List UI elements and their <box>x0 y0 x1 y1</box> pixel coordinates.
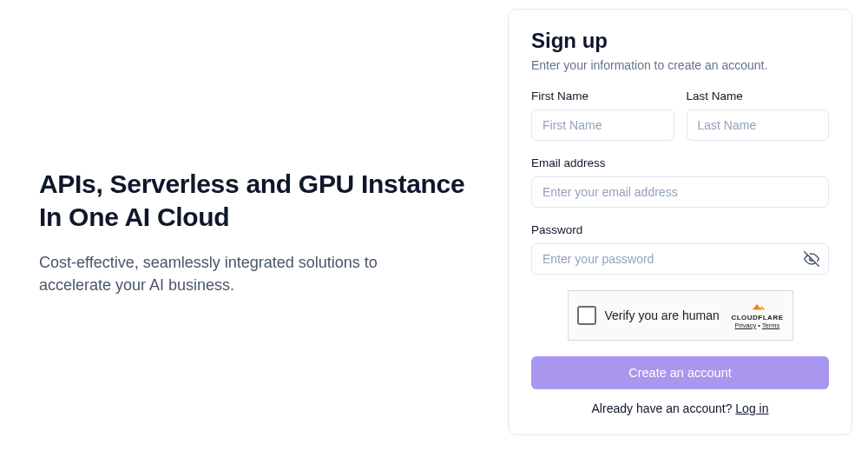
email-label: Email address <box>531 156 829 169</box>
last-name-label: Last Name <box>687 89 830 103</box>
cloudflare-icon <box>746 302 768 313</box>
card-subtitle: Enter your information to create an acco… <box>531 58 829 72</box>
login-prompt-text: Already have an account? <box>592 401 736 415</box>
captcha-privacy-link[interactable]: Privacy <box>735 321 757 329</box>
captcha-checkbox[interactable] <box>577 306 596 325</box>
eye-off-icon[interactable] <box>803 250 820 268</box>
login-prompt-row: Already have an account? Log in <box>531 401 829 415</box>
captcha-terms-link[interactable]: Terms <box>762 321 779 329</box>
last-name-input[interactable] <box>687 109 830 141</box>
captcha-brand: CLOUDFLARE Privacy • Terms <box>731 302 783 329</box>
hero-subheadline: Cost-effective, seamlessly integrated so… <box>39 252 404 295</box>
card-title: Sign up <box>531 29 829 53</box>
hero-headline: APIs, Serverless and GPU Instance In One… <box>39 168 473 233</box>
captcha-prompt: Verify you are human <box>605 308 732 322</box>
captcha-widget[interactable]: Verify you are human CLOUDFLARE Privacy … <box>568 290 793 341</box>
create-account-button[interactable]: Create an account <box>531 356 829 389</box>
password-label: Password <box>531 223 829 236</box>
email-input[interactable] <box>531 176 829 208</box>
hero-section: APIs, Serverless and GPU Instance In One… <box>0 0 508 464</box>
password-input[interactable] <box>531 243 829 275</box>
first-name-label: First Name <box>531 89 674 103</box>
signup-card: Sign up Enter your information to create… <box>508 9 852 435</box>
captcha-brand-name: CLOUDFLARE <box>731 314 783 321</box>
login-link[interactable]: Log in <box>735 401 768 415</box>
first-name-input[interactable] <box>531 109 674 141</box>
